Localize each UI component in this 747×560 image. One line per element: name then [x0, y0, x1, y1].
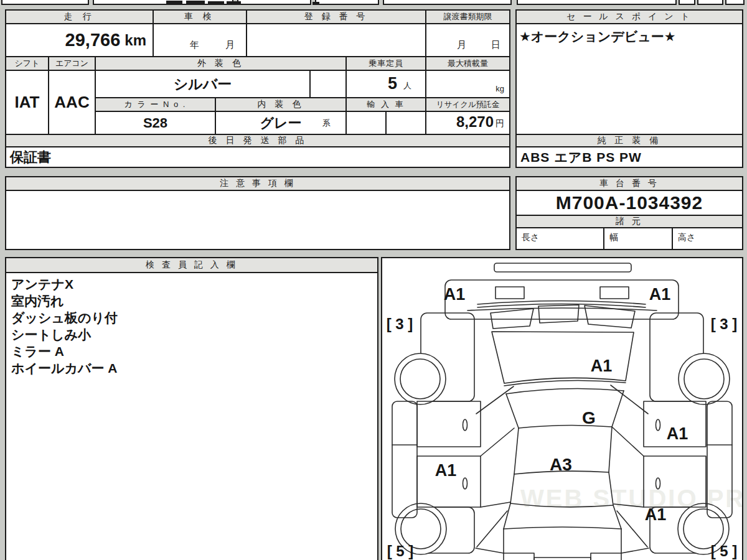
- capacity-unit: 人: [403, 80, 411, 91]
- inspection-year-label: 年: [190, 39, 199, 51]
- grade-label-quarter-right-rear: A1: [645, 505, 667, 524]
- clipped-cell: [237, 0, 311, 5]
- grade-label-door-right-front: A1: [667, 424, 688, 443]
- aircon-header: エアコン: [48, 56, 96, 71]
- grade-label-rear-corner-left: [ 5 ]: [387, 543, 414, 559]
- registration-value-cell: [246, 23, 426, 57]
- aircon-value: AAC: [54, 93, 89, 112]
- inspection-value-cell: 年 月: [153, 23, 247, 57]
- grade-label-rear-corner-right: [ 5 ]: [711, 543, 738, 559]
- inspector-header: 検 査 員 記 入 欄: [5, 257, 378, 273]
- mileage-value-cell: 29,766 km: [5, 23, 154, 57]
- interior-color-value-cell: グレー 系: [215, 111, 347, 135]
- door-handle: [463, 419, 467, 431]
- later-parts-value-cell: 保証書: [5, 146, 510, 168]
- later-parts-value: 保証書: [10, 148, 51, 167]
- import-value-cell-2: [385, 111, 426, 135]
- mileage-value: 29,766: [65, 30, 121, 50]
- inspector-line: アンテナX: [11, 276, 372, 292]
- spec-width-label: 幅: [609, 232, 618, 242]
- clipped-text-fragment: [166, 1, 182, 5]
- clipped-cell: [517, 0, 677, 5]
- grade-label-roof: A3: [550, 455, 572, 474]
- chassis-value: M700A-1034392: [556, 192, 703, 213]
- spec-length-cell: 長さ: [515, 227, 604, 250]
- clipped-cell: [315, 0, 379, 5]
- clipped-cell: [725, 0, 745, 5]
- color-no-value-cell: S28: [95, 111, 216, 135]
- grade-label-cowl: G: [582, 408, 596, 427]
- shift-value-cell: IAT: [5, 70, 49, 135]
- grade-label-front-bumper-right: A1: [649, 285, 671, 304]
- sales-point-value: ★オークションデビュー★: [519, 29, 676, 44]
- capacity-value-cell: 5 人: [345, 70, 426, 98]
- aircon-value-cell: AAC: [48, 70, 96, 135]
- clipped-text-fragment: [186, 1, 205, 5]
- clipped-text-fragment: [227, 1, 241, 5]
- grade-label-door-left-rear: A1: [435, 461, 457, 480]
- transfer-deadline-header: 譲渡書類期限: [425, 9, 510, 24]
- capacity-value: 5: [388, 74, 397, 93]
- grade-label-front-fender-right: [ 3 ]: [711, 315, 738, 332]
- max-load-value-cell: kg: [425, 70, 510, 98]
- hood-shape: [492, 332, 634, 383]
- equipment-header: 純 正 装 備: [515, 134, 743, 147]
- recycle-header: リサイクル預託金: [425, 97, 510, 112]
- door-handle: [656, 419, 660, 431]
- inspector-body: アンテナX 室内汚れ ダッシュ板のり付 シートしみ小 ミラー A ホイールカバー…: [5, 272, 378, 560]
- inspection-header: 車 検: [153, 9, 247, 24]
- import-value-cell-1: [345, 111, 387, 135]
- inspector-line: ダッシュ板のり付: [11, 309, 372, 326]
- clipped-text-fragment: [312, 2, 319, 5]
- grade-label-front-bumper-left: A1: [444, 285, 466, 304]
- interior-color-header: 内 装 色: [215, 97, 347, 112]
- registration-header: 登 録 番 号: [246, 9, 426, 24]
- clipped-text-fragment: [208, 1, 224, 5]
- sales-point-body: ★オークションデビュー★: [515, 23, 743, 135]
- sales-point-header: セ ー ル ス ポ イ ン ト: [515, 9, 743, 24]
- roof-bar-shape: [494, 263, 631, 272]
- exterior-color-value-cell: シルバー: [95, 70, 311, 98]
- notes-body: [5, 190, 510, 250]
- max-load-header: 最大積載量: [425, 56, 510, 71]
- door-handle: [463, 478, 467, 489]
- mileage-unit: km: [125, 32, 146, 49]
- spec-height-cell: 高さ: [672, 227, 743, 250]
- interior-color-suffix: 系: [322, 118, 331, 129]
- shift-header: シフト: [5, 56, 49, 71]
- roof-shape: [514, 428, 519, 474]
- grade-label-hood: A1: [591, 357, 613, 375]
- inspector-line: シートしみ小: [11, 326, 372, 343]
- clipped-cell: [383, 0, 512, 5]
- interior-color-value: グレー: [260, 114, 301, 133]
- import-header: 輸 入 車: [345, 97, 426, 112]
- inspector-line: ミラー A: [11, 343, 372, 360]
- spec-width-cell: 幅: [603, 227, 673, 250]
- rocker-left-shape: [392, 401, 417, 518]
- recycle-value-cell: 8,270 円: [425, 111, 510, 135]
- inspection-month-label: 月: [225, 39, 235, 51]
- color-no-value: S28: [143, 115, 167, 131]
- inspector-line: ホイールカバー A: [11, 360, 372, 376]
- exterior-color-value: シルバー: [174, 75, 232, 94]
- spec-length-label: 長さ: [522, 232, 539, 242]
- grade-label-front-fender-left: [ 3 ]: [387, 315, 413, 332]
- equipment-body: ABS エアB PS PW: [515, 146, 743, 168]
- chassis-value-cell: M700A-1034392: [515, 190, 743, 216]
- clipped-cell: [679, 0, 695, 5]
- mileage-header: 走 行: [5, 9, 154, 24]
- exterior-color-header: 外 装 色: [95, 56, 347, 71]
- equipment-value: ABS エアB PS PW: [520, 149, 642, 166]
- clipped-cell: [1, 0, 89, 5]
- transfer-value-cell: 月 日: [425, 23, 510, 57]
- transfer-month-label: 月: [457, 39, 466, 51]
- exterior-color-spare-cell: [309, 70, 347, 98]
- capacity-header: 乗車定員: [345, 56, 426, 71]
- spec-height-label: 高さ: [678, 232, 695, 242]
- max-load-unit: kg: [496, 84, 504, 93]
- chassis-header: 車 台 番 号: [515, 176, 743, 191]
- clipped-cell: [697, 0, 723, 5]
- recycle-unit: 円: [496, 118, 504, 129]
- door-left-front-shape: [417, 401, 481, 447]
- later-parts-header: 後 日 発 送 部 品: [5, 134, 510, 147]
